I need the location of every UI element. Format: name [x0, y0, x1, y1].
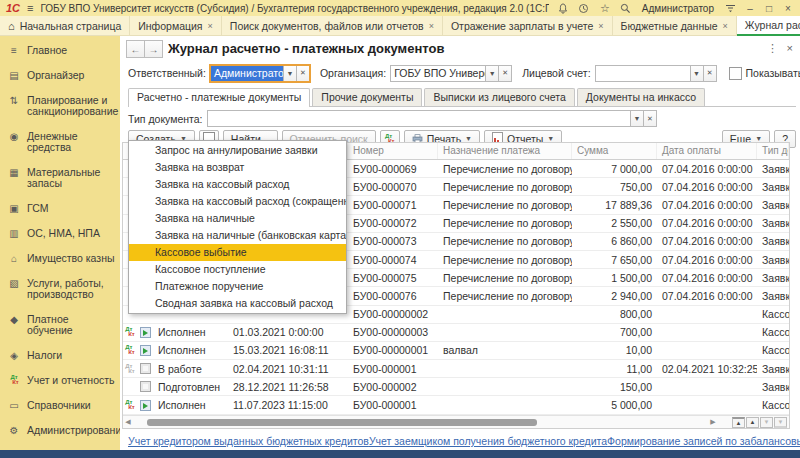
favorites-star-icon[interactable]: ☆ [598, 2, 612, 14]
organization-value[interactable]: ГОБУ ВПО Университет [390, 65, 486, 82]
menu-item-1[interactable]: Заявка на возврат [129, 159, 346, 176]
clear-icon[interactable]: ✕ [644, 110, 657, 127]
table-row[interactable]: Подготовлен28.12.2021 11:26:58БУ00-00000… [123, 378, 789, 396]
sidebar-item-organizer[interactable]: ▤Органайзер [0, 63, 120, 88]
scroll-left-icon[interactable]: ◀ [123, 418, 133, 426]
table-row[interactable]: ДтКтИсполнен01.03.2021 0:00:00БУ00-00000… [123, 324, 789, 342]
sidebar-item-inventory[interactable]: ▦Материальные запасы [0, 160, 120, 196]
close-button[interactable]: × [782, 3, 794, 14]
clear-icon[interactable]: ✕ [297, 65, 310, 82]
table-row[interactable]: ДтКтИсполнен11.07.2023 11:15:00БУ00-0000… [123, 396, 789, 414]
column-header-5[interactable]: Назначение платежа [438, 143, 572, 159]
column-header-4[interactable]: Номер [348, 143, 438, 159]
current-user[interactable]: Администратор [642, 3, 714, 14]
sidebar-item-money[interactable]: ◉Денежные средства [0, 124, 120, 160]
sidebar-item-assets[interactable]: ▥ОС, НМА, НПА [0, 221, 120, 246]
sidebar-item-treasury[interactable]: ⌂Имущество казны [0, 246, 120, 271]
show-balances-checkbox[interactable] [729, 67, 742, 80]
menu-item-5[interactable]: Заявка на наличные (банковская карта) [129, 227, 346, 244]
search-icon[interactable] [619, 2, 633, 14]
purpose-cell: валвал [438, 344, 572, 356]
tab-documents-1[interactable]: Прочие документы [312, 88, 422, 106]
chevron-down-icon[interactable]: ▼ [486, 65, 499, 82]
accounting-icon: ДтКт [7, 375, 21, 386]
account-combo[interactable]: ▼ ✕ [595, 65, 717, 82]
sidebar-item-fuel[interactable]: ▣ГСМ [0, 196, 120, 221]
menu-item-3[interactable]: Заявка на кассовый расход (сокращенная) [129, 193, 346, 210]
doc-type-value[interactable] [207, 110, 631, 127]
tab-close-icon[interactable]: × [723, 21, 728, 31]
go-last-button[interactable]: ▼ [774, 417, 787, 428]
organization-combo[interactable]: ГОБУ ВПО Университет ▼ ✕ [390, 65, 512, 82]
status-cell: Исполнен [153, 326, 228, 338]
tab-close-icon[interactable]: × [598, 21, 603, 31]
menu-item-8[interactable]: Платежное поручение [129, 278, 346, 295]
clear-icon[interactable]: ✕ [499, 65, 512, 82]
menu-item-9[interactable]: Сводная заявка на кассовый расход [129, 295, 346, 312]
scrollbar-track[interactable] [133, 418, 708, 427]
main-menu-icon[interactable]: ≡ [27, 2, 33, 14]
go-next-button[interactable]: ▼ [760, 417, 773, 428]
footer-link-0[interactable]: Учет кредитором выданных бюджетных креди… [128, 435, 369, 447]
doc-type-combo[interactable]: ▼ ✕ [207, 110, 657, 127]
menu-item-4[interactable]: Заявка на наличные [129, 210, 346, 227]
notifications-bell-icon[interactable] [556, 2, 570, 14]
tab-documents-2[interactable]: Выписки из лицевого счета [424, 88, 574, 106]
responsible-combo[interactable]: Администратор ▼ ✕ [210, 65, 310, 82]
menu-item-6[interactable]: Кассовое выбытие [129, 244, 346, 261]
tab-4[interactable]: Бюджетные данные× [613, 16, 737, 36]
forward-button[interactable]: → [145, 40, 163, 58]
back-button[interactable]: ← [126, 40, 145, 58]
sum-cell: 5 000,00 [572, 399, 657, 411]
tab-documents-0[interactable]: Расчетно - платежные документы [128, 88, 310, 107]
column-header-7[interactable]: Дата оплаты [657, 143, 757, 159]
sidebar-item-planning[interactable]: ⇅Планирование и санкционирование [0, 88, 120, 124]
chevron-down-icon[interactable]: ▼ [631, 110, 644, 127]
column-header-8[interactable]: Тип до [757, 143, 789, 159]
type-cell: Заявк [757, 235, 789, 247]
menu-item-7[interactable]: Кассовое поступление [129, 261, 346, 278]
clear-icon[interactable]: ✕ [704, 65, 717, 82]
tab-1[interactable]: Информация× [130, 16, 222, 36]
sidebar-item-references[interactable]: ▭Справочники [0, 393, 120, 418]
go-first-button[interactable]: ▲ [732, 417, 745, 428]
menu-item-0[interactable]: Запрос на аннулирование заявки [129, 142, 346, 159]
footer-link-2[interactable]: Формирование записей по забалансовым сче… [607, 435, 800, 447]
tab-home[interactable]: ⌂Начальная страница [0, 16, 130, 36]
maximize-button[interactable]: □ [763, 3, 775, 14]
scrollbar-thumb[interactable] [147, 419, 537, 426]
tab-5[interactable]: Журнал расчетно - платежных документов× [737, 16, 800, 36]
type-cell: Кассо [757, 326, 789, 338]
horizontal-scrollbar[interactable]: ◀ ▶ ▲ ▲ ▼ ▼ [123, 415, 789, 428]
sidebar-item-education[interactable]: ◆Платное обучение [0, 307, 120, 343]
menu-item-2[interactable]: Заявка на кассовый расход [129, 176, 346, 193]
minimize-button[interactable]: – [744, 3, 756, 14]
sidebar-item-label: Налоги [27, 350, 62, 361]
footer-link-1[interactable]: Учет заемщиком получения бюджетного кред… [369, 435, 607, 447]
table-row[interactable]: ДтКтИсполнен15.03.2021 16:08:11БУ00-0000… [123, 342, 789, 360]
sidebar-item-taxes[interactable]: ◈Налоги [0, 343, 120, 368]
tab-close-icon[interactable]: × [208, 21, 213, 31]
tab-3[interactable]: Отражение зарплаты в учете× [443, 16, 613, 36]
tab-2[interactable]: Поиск документов, файлов или отчетов× [222, 16, 443, 36]
service-menu-icon[interactable] [723, 2, 737, 14]
chevron-down-icon[interactable]: ▼ [284, 65, 297, 82]
sidebar-item-services[interactable]: ▧Услуги, работы, производство [0, 271, 120, 307]
go-prev-button[interactable]: ▲ [746, 417, 759, 428]
scroll-right-icon[interactable]: ▶ [708, 418, 718, 426]
tab-close-icon[interactable]: × [429, 21, 434, 31]
tab-documents-3[interactable]: Документы на инкассо [577, 88, 705, 106]
sidebar-item-administration[interactable]: ⚙Администрирование [0, 418, 120, 443]
sidebar-item-accounting[interactable]: ДтКтУчет и отчетность [0, 368, 120, 393]
history-clock-icon[interactable] [577, 2, 591, 14]
form-menu-icon[interactable]: ⋮ [767, 42, 778, 55]
column-header-6[interactable]: Сумма [572, 143, 657, 159]
document-status-icon [140, 363, 151, 374]
responsible-value[interactable]: Администратор [210, 65, 284, 82]
sidebar-item-menu[interactable]: ≡Главное [0, 38, 120, 63]
table-row[interactable]: ДтКтВ работе02.04.2021 10:31:11БУ00-0000… [123, 360, 789, 378]
account-value[interactable] [595, 65, 691, 82]
chevron-down-icon[interactable]: ▼ [691, 65, 704, 82]
tab-label: Начальная страница [20, 20, 122, 32]
form-close-icon[interactable]: × [787, 42, 793, 54]
